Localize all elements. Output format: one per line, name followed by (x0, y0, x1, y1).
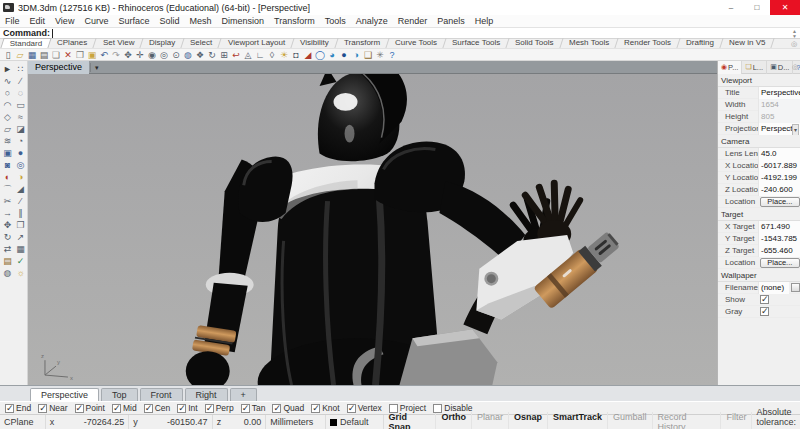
select-arrow-icon[interactable]: ► (1, 63, 14, 75)
cplane-selector[interactable]: CPlane (0, 415, 46, 429)
chamfer-icon[interactable]: ◢ (14, 183, 27, 195)
osnap-mid[interactable]: Mid (112, 403, 137, 413)
render-settings-icon[interactable]: ◑ (350, 49, 362, 61)
tab-viewport-layout[interactable]: Viewport Layout (219, 38, 294, 48)
undo-view-icon[interactable]: ↩ (230, 49, 242, 61)
zoom-window-icon[interactable]: ◎ (158, 49, 170, 61)
set-view-icon[interactable]: ◊ (266, 49, 278, 61)
lock-objects-icon[interactable]: ◘ (290, 49, 302, 61)
osnap-end[interactable]: End (5, 403, 31, 413)
menu-file[interactable]: File (0, 15, 25, 27)
menu-edit[interactable]: Edit (25, 15, 51, 27)
menu-render[interactable]: Render (393, 15, 433, 27)
move-icon[interactable]: ✛ (134, 49, 146, 61)
osnap-quad[interactable]: Quad (272, 403, 304, 413)
rectangle-icon[interactable]: ▭ (14, 99, 27, 111)
viewport-menu-caret-icon[interactable]: ▾ (90, 63, 103, 72)
scale-tool-icon[interactable]: ↗ (14, 231, 27, 243)
tab-display[interactable]: Display (141, 38, 185, 48)
menu-mesh[interactable]: Mesh (184, 15, 216, 27)
wallpaper-filename-value[interactable]: (none) (758, 282, 789, 294)
move-tool-icon[interactable]: ✥ (1, 219, 14, 231)
zoom-dynamic-icon[interactable]: ◉ (146, 49, 158, 61)
menu-tools[interactable]: Tools (320, 15, 351, 27)
menu-surface[interactable]: Surface (113, 15, 154, 27)
zoom-target-icon[interactable]: ⊙ (170, 49, 182, 61)
camera-place-button[interactable]: Place... (760, 197, 800, 207)
vptab-top[interactable]: Top (101, 388, 138, 401)
ellipse-icon[interactable]: ◌ (14, 87, 27, 99)
target-x-value[interactable]: 671.490 (758, 221, 800, 233)
menu-view[interactable]: View (50, 15, 79, 27)
new-file-icon[interactable]: ▯ (2, 49, 14, 61)
block-icon[interactable]: ▤ (1, 255, 14, 267)
array-icon[interactable]: ▦ (14, 243, 27, 255)
toggle-grid-snap[interactable]: Grid Snap (384, 412, 437, 429)
tab-cplanes[interactable]: CPlanes (49, 38, 97, 48)
mirror-icon[interactable]: ⇄ (1, 243, 14, 255)
open-folder-icon[interactable]: ▱ (14, 49, 26, 61)
tab-solid-tools[interactable]: Solid Tools (507, 38, 564, 48)
loft-icon[interactable]: ≋ (1, 135, 14, 147)
zoom-selected-icon[interactable]: ◍ (182, 49, 194, 61)
current-layer[interactable]: Default (326, 415, 384, 429)
cylinder-icon[interactable]: ◙ (1, 159, 14, 171)
tab-render-tools[interactable]: Render Tools (615, 38, 680, 48)
toggle-planar[interactable]: Planar (472, 412, 509, 429)
tab-set-view[interactable]: Set View (94, 38, 144, 48)
vptab-add[interactable]: + (230, 388, 257, 401)
visibility-lamp-icon[interactable]: ☀ (278, 49, 290, 61)
four-viewports-icon[interactable]: ⊞ (218, 49, 230, 61)
tab-select[interactable]: Select (182, 38, 222, 48)
notes-icon[interactable]: ❑ (362, 49, 374, 61)
boolean-union-icon[interactable]: ◐ (1, 171, 14, 183)
osnap-point[interactable]: Point (75, 403, 105, 413)
offset-icon[interactable]: ∥ (14, 207, 27, 219)
check-icon[interactable]: ✓ (14, 255, 27, 267)
line-icon[interactable]: ∕ (14, 75, 27, 87)
osnap-int[interactable]: Int (177, 403, 197, 413)
arc-icon[interactable]: ◠ (1, 99, 14, 111)
viewport-canvas[interactable]: x y z (28, 74, 717, 385)
surface-plane-icon[interactable]: ▱ (1, 123, 14, 135)
vptab-front[interactable]: Front (140, 388, 183, 401)
select-circle-icon[interactable]: ◯ (314, 49, 326, 61)
redo-icon[interactable]: ↷ (110, 49, 122, 61)
viewport-title-value[interactable]: Perspective (758, 87, 800, 99)
undo-icon[interactable]: ↶ (98, 49, 110, 61)
save-icon[interactable]: ▦ (26, 49, 38, 61)
surface-patch-icon[interactable]: ◪ (14, 123, 27, 135)
toggle-smarttrack[interactable]: SmartTrack (548, 412, 608, 429)
help-icon[interactable]: ? (386, 49, 398, 61)
target-place-button[interactable]: Place... (760, 258, 800, 268)
osnap-tan[interactable]: Tan (241, 403, 266, 413)
extend-icon[interactable]: → (1, 207, 14, 219)
toggle-osnap[interactable]: Osnap (509, 412, 548, 429)
polygon-icon[interactable]: ◇ (1, 111, 14, 123)
curve-icon[interactable]: ∿ (1, 75, 14, 87)
wallpaper-show-checkbox[interactable] (760, 295, 769, 304)
delete-icon[interactable]: ✕ (62, 49, 74, 61)
toggle-gumball[interactable]: Gumball (608, 412, 653, 429)
osnap-knot[interactable]: Knot (311, 403, 340, 413)
osnap-cen[interactable]: Cen (144, 403, 171, 413)
lamp-icon[interactable]: ☼ (14, 267, 27, 279)
menu-dimension[interactable]: Dimension (216, 15, 269, 27)
tube-icon[interactable]: ◎ (14, 159, 27, 171)
cplane-icon[interactable]: ∟ (254, 49, 266, 61)
export-icon[interactable]: ❏ (50, 49, 62, 61)
wallpaper-browse-button[interactable] (791, 283, 800, 292)
select-points-icon[interactable]: ∷ (14, 63, 27, 75)
rotate-tool-icon[interactable]: ↻ (1, 231, 14, 243)
box-icon[interactable]: ▣ (1, 147, 14, 159)
tab-new-in-v5[interactable]: New in V5 (720, 38, 775, 48)
target-z-value[interactable]: -655.460 (758, 245, 800, 257)
options-gear-icon[interactable]: ✳ (374, 49, 386, 61)
panel-tab-layers[interactable]: ❏ L... (742, 61, 767, 74)
boolean-difference-icon[interactable]: ◑ (14, 171, 27, 183)
render-icon[interactable]: ● (338, 49, 350, 61)
vptab-perspective[interactable]: Perspective (30, 388, 99, 401)
osnap-vertex[interactable]: Vertex (347, 403, 382, 413)
menu-help[interactable]: Help (470, 15, 499, 27)
copy-tool-icon[interactable]: ❐ (14, 219, 27, 231)
